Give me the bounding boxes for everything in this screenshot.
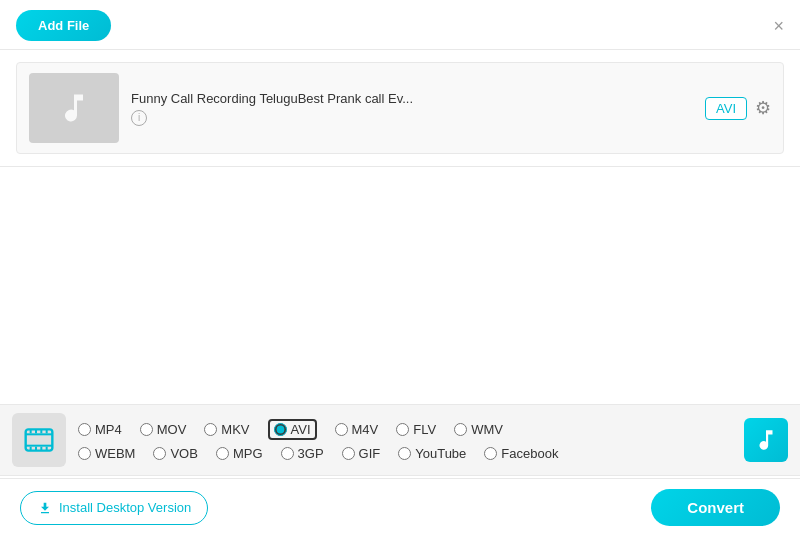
radio-avi[interactable]: AVI: [268, 419, 317, 440]
file-list: Funny Call Recording TeluguBest Prank ca…: [0, 50, 800, 167]
radio-youtube[interactable]: YouTube: [398, 446, 466, 461]
radio-gif[interactable]: GIF: [342, 446, 381, 461]
svg-rect-0: [26, 429, 53, 450]
svg-rect-3: [30, 429, 32, 433]
radio-facebook[interactable]: Facebook: [484, 446, 558, 461]
radio-3gp[interactable]: 3GP: [281, 446, 324, 461]
format-row-1: MP4 MOV MKV AVI M4V FLV WMV: [78, 419, 732, 440]
radio-vob[interactable]: VOB: [153, 446, 197, 461]
convert-button[interactable]: Convert: [651, 489, 780, 526]
radio-mp4[interactable]: MP4: [78, 422, 122, 437]
file-actions: AVI ⚙: [705, 97, 771, 120]
format-options: MP4 MOV MKV AVI M4V FLV WMV: [78, 419, 732, 461]
add-file-button[interactable]: Add File: [16, 10, 111, 41]
close-button[interactable]: ×: [773, 17, 784, 35]
svg-rect-9: [40, 447, 42, 451]
svg-rect-5: [40, 429, 42, 433]
radio-webm[interactable]: WEBM: [78, 446, 135, 461]
format-row-2: WEBM VOB MPG 3GP GIF YouTube Facebook: [78, 446, 732, 461]
svg-rect-7: [30, 447, 32, 451]
svg-rect-1: [26, 433, 53, 435]
main-content: [0, 167, 800, 427]
action-bar: Install Desktop Version Convert: [0, 478, 800, 536]
radio-m4v[interactable]: M4V: [335, 422, 379, 437]
svg-rect-10: [46, 447, 48, 451]
download-icon: [37, 500, 53, 516]
svg-rect-2: [26, 445, 53, 447]
format-badge[interactable]: AVI: [705, 97, 747, 120]
file-thumbnail: [29, 73, 119, 143]
radio-flv[interactable]: FLV: [396, 422, 436, 437]
settings-icon[interactable]: ⚙: [755, 97, 771, 119]
radio-wmv[interactable]: WMV: [454, 422, 503, 437]
audio-note-icon: [753, 427, 779, 453]
top-bar: Add File ×: [0, 0, 800, 50]
radio-mkv[interactable]: MKV: [204, 422, 249, 437]
svg-rect-6: [46, 429, 48, 433]
svg-rect-8: [35, 447, 37, 451]
file-info: Funny Call Recording TeluguBest Prank ca…: [131, 91, 693, 126]
install-label: Install Desktop Version: [59, 500, 191, 515]
install-desktop-button[interactable]: Install Desktop Version: [20, 491, 208, 525]
radio-mpg[interactable]: MPG: [216, 446, 263, 461]
radio-mov[interactable]: MOV: [140, 422, 187, 437]
film-icon: [23, 424, 55, 456]
file-name: Funny Call Recording TeluguBest Prank ca…: [131, 91, 693, 106]
format-icon-box: [12, 413, 66, 467]
info-icon[interactable]: i: [131, 110, 147, 126]
music-icon: [56, 90, 92, 126]
audio-icon-box[interactable]: [744, 418, 788, 462]
format-bar: MP4 MOV MKV AVI M4V FLV WMV: [0, 404, 800, 476]
file-item: Funny Call Recording TeluguBest Prank ca…: [16, 62, 784, 154]
svg-rect-4: [35, 429, 37, 433]
